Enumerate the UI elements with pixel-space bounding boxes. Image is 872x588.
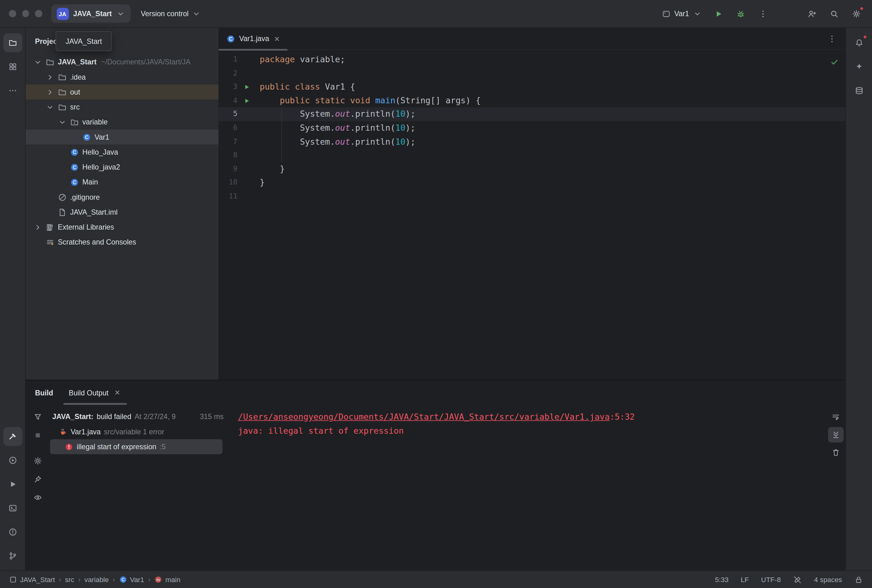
status-caret-position[interactable]: 5:33 bbox=[715, 576, 728, 584]
breadcrumb-java-start[interactable]: JAVA_Start bbox=[9, 576, 55, 584]
run-config-icon bbox=[662, 9, 671, 18]
tree-item-hello-java[interactable]: CHello_Java bbox=[26, 145, 218, 160]
code-lines: 1package variable;23public class Var1 {4… bbox=[218, 53, 845, 203]
scroll-end-button[interactable] bbox=[828, 427, 843, 442]
tree-item-java-start-iml[interactable]: JAVA_Start.iml bbox=[26, 205, 218, 220]
tree-chevron[interactable] bbox=[46, 87, 55, 96]
tool-button-build-hammer[interactable] bbox=[3, 427, 22, 446]
library-icon bbox=[46, 223, 55, 232]
error-file-link[interactable]: /Users/anseongyeong/Documents/JAVA/Start… bbox=[238, 412, 610, 422]
settings-gear-button[interactable] bbox=[30, 453, 45, 468]
clear-button[interactable] bbox=[828, 445, 843, 460]
close-window-button[interactable] bbox=[9, 10, 16, 17]
run-config-widget[interactable]: Var1 bbox=[662, 9, 702, 18]
status-readonly-lock[interactable] bbox=[854, 575, 863, 584]
project-widget[interactable]: JA JAVA_Start bbox=[51, 4, 131, 23]
debug-button[interactable] bbox=[732, 4, 750, 22]
build-console[interactable]: /Users/anseongyeong/Documents/JAVA/Start… bbox=[230, 405, 827, 571]
eye-button[interactable] bbox=[30, 490, 45, 505]
tree-item-src[interactable]: src bbox=[26, 99, 218, 114]
structure-icon bbox=[8, 62, 17, 71]
settings-gear-icon bbox=[33, 456, 42, 465]
tool-button-git-branch[interactable] bbox=[3, 547, 22, 566]
code-editor[interactable]: 1package variable;23public class Var1 {4… bbox=[218, 50, 845, 380]
tree-chevron[interactable] bbox=[58, 118, 67, 127]
tree-item-label: .gitignore bbox=[70, 193, 100, 201]
breadcrumb-separator: › bbox=[148, 576, 150, 584]
tree-item-scratches-and-consoles[interactable]: Scratches and Consoles bbox=[26, 235, 218, 249]
vcs-label: Version control bbox=[141, 9, 189, 18]
build-panel-body: JAVA_Start: build failedAt 2/27/24, 9315… bbox=[26, 405, 845, 571]
status-encoding[interactable]: UTF-8 bbox=[761, 576, 781, 584]
tree-item-idea[interactable]: .idea bbox=[26, 69, 218, 84]
update-badge-dot bbox=[860, 6, 864, 10]
build-tree-item-illegal-start-of-expression[interactable]: illegal start of expression:5 bbox=[50, 439, 222, 454]
tool-button-run-play[interactable] bbox=[3, 475, 22, 494]
tool-button-ai-assistant[interactable] bbox=[849, 57, 869, 76]
build-tree-item-var1-java[interactable]: Var1.javasrc/variable 1 error bbox=[50, 424, 230, 439]
tool-button-terminal[interactable] bbox=[3, 499, 22, 518]
tree-item-hello-java2[interactable]: CHello_java2 bbox=[26, 160, 218, 174]
filter-button[interactable] bbox=[30, 409, 45, 424]
zoom-window-button[interactable] bbox=[35, 10, 42, 17]
minimize-window-button[interactable] bbox=[22, 10, 29, 17]
add-user-icon bbox=[807, 9, 816, 18]
tree-item-gitignore[interactable]: .gitignore bbox=[26, 189, 218, 204]
breadcrumb-variable[interactable]: variable bbox=[84, 576, 109, 584]
tree-item-main[interactable]: CMain bbox=[26, 174, 218, 189]
tree-chevron[interactable] bbox=[33, 223, 42, 232]
svg-text:C: C bbox=[85, 134, 89, 140]
breadcrumb-separator: › bbox=[113, 576, 115, 584]
run-gutter-icon[interactable] bbox=[243, 97, 250, 104]
tool-button-problems[interactable] bbox=[3, 523, 22, 542]
database-icon bbox=[855, 86, 864, 95]
build-panel-title: Build bbox=[35, 388, 53, 397]
code-line-2: 2 bbox=[218, 67, 845, 80]
tree-chevron[interactable] bbox=[46, 103, 55, 112]
tab-build-output[interactable]: Build Output bbox=[67, 380, 123, 405]
build-node-duration: 315 ms bbox=[200, 412, 224, 421]
tool-button-notifications[interactable] bbox=[849, 33, 869, 52]
tool-button-database[interactable] bbox=[849, 81, 869, 100]
soft-wrap-button[interactable] bbox=[828, 409, 843, 424]
stop-button[interactable] bbox=[30, 428, 45, 443]
close-tab-icon[interactable] bbox=[114, 388, 122, 396]
settings-button[interactable] bbox=[847, 4, 865, 22]
tree-chevron[interactable] bbox=[33, 57, 42, 67]
status-line-separator[interactable]: LF bbox=[741, 576, 749, 584]
soft-wrap-icon bbox=[831, 412, 840, 422]
tree-item-var1[interactable]: CVar1 bbox=[26, 129, 218, 144]
tree-chevron[interactable] bbox=[46, 72, 55, 81]
add-user-button[interactable] bbox=[803, 4, 821, 22]
folder-icon bbox=[58, 87, 67, 96]
build-tree-item-build-failed[interactable]: JAVA_Start: build failedAt 2/27/24, 9315… bbox=[50, 409, 230, 424]
tool-button-structure[interactable] bbox=[3, 57, 22, 76]
tool-button-services[interactable] bbox=[3, 451, 22, 470]
breadcrumb-src[interactable]: src bbox=[65, 576, 74, 584]
tree-item-label: Scratches and Consoles bbox=[58, 238, 136, 246]
close-tab-icon[interactable] bbox=[273, 35, 281, 43]
run-gutter-icon[interactable] bbox=[243, 83, 250, 90]
status-indent[interactable]: 4 spaces bbox=[814, 576, 842, 584]
tool-button-project-folder[interactable] bbox=[3, 33, 22, 52]
highlighting-icon bbox=[793, 575, 802, 584]
more-vert-button[interactable] bbox=[754, 4, 772, 22]
vcs-widget[interactable]: Version control bbox=[141, 9, 201, 18]
line-number: 1 bbox=[218, 53, 237, 67]
tree-item-variable[interactable]: variable bbox=[26, 114, 218, 129]
tab-var1-java[interactable]: C Var1.java bbox=[218, 27, 288, 50]
breadcrumb-main[interactable]: mmain bbox=[155, 576, 180, 584]
tool-button-more-horiz[interactable] bbox=[3, 81, 22, 100]
class-icon: C bbox=[70, 178, 79, 187]
build-node-meta: src/variable 1 error bbox=[104, 428, 164, 436]
run-button[interactable] bbox=[710, 4, 727, 22]
status-highlighting[interactable] bbox=[793, 575, 802, 584]
tab-options-icon[interactable] bbox=[827, 34, 836, 43]
tree-item-external-libraries[interactable]: External Libraries bbox=[26, 220, 218, 235]
search-button[interactable] bbox=[825, 4, 843, 22]
pin-button[interactable] bbox=[30, 471, 45, 487]
breadcrumb-separator: › bbox=[59, 576, 61, 584]
tree-item-out[interactable]: out bbox=[26, 85, 218, 99]
tree-item-java-start[interactable]: JAVA_Start ~/Documents/JAVA/Start/JA bbox=[26, 54, 218, 69]
breadcrumb-var1[interactable]: CVar1 bbox=[119, 576, 144, 584]
